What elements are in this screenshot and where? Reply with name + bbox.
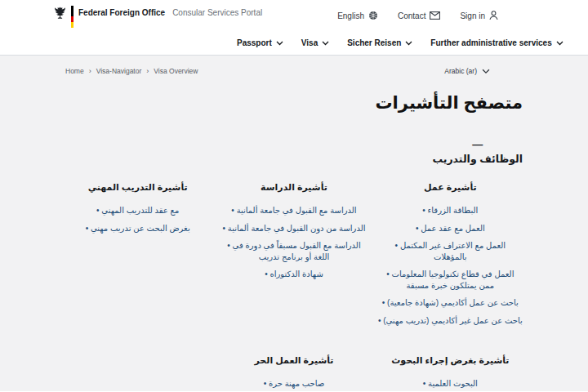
visa-option-link[interactable]: الدراسة من دون القبول في جامعة ألمانية bbox=[228, 224, 366, 233]
contact-label: Contact bbox=[398, 11, 425, 20]
list-item: العمل مع عقد عمل bbox=[378, 223, 523, 234]
page-title: متصفح التأشيرات bbox=[65, 93, 523, 113]
nav-item[interactable]: Passport bbox=[237, 38, 283, 47]
chevron-down-icon bbox=[322, 41, 329, 46]
visa-option-link[interactable]: البحوث العلمية bbox=[428, 379, 478, 388]
list-item: العمل مع الاعتراف غير المكتمل بالمؤهلات bbox=[378, 240, 523, 262]
top-header: Federal Foreign Office Consular Services… bbox=[0, 0, 588, 31]
section-work-visa: تأشيرة عمل البطاقة الزرقاء العمل مع عقد … bbox=[378, 182, 523, 332]
list-item: الدراسة مع القبول مسبقاً في دورة في اللغ… bbox=[221, 240, 366, 262]
breadcrumb-link[interactable]: Visa-Navigator bbox=[96, 67, 142, 75]
visa-option-link[interactable]: العمل في قطاع تكنولوجيا المعلومات ممن يم… bbox=[392, 270, 514, 290]
section-title: تأشيرة التدريب المهني bbox=[65, 182, 210, 193]
section-title: تأشيرة بغرض إجراء البحوث bbox=[378, 355, 523, 366]
visa-option-link[interactable]: باحث عن عمل غير أكاديمي (تدريب مهني) bbox=[383, 316, 523, 325]
federal-eagle-icon bbox=[54, 6, 66, 20]
breadcrumb-separator-icon: › bbox=[146, 67, 149, 75]
list-item: باحث عن عمل أكاديمي (شهادة جامعية) bbox=[378, 297, 523, 309]
brand-subtitle: Consular Services Portal bbox=[172, 8, 262, 17]
brand-title: Federal Foreign Office bbox=[78, 8, 165, 17]
breadcrumb-item: › Visa Overview bbox=[141, 67, 198, 75]
nav-item-label: Visa bbox=[301, 38, 318, 47]
visa-link-list: الدراسة مع القبول في جامعة ألمانية الدرا… bbox=[221, 205, 366, 280]
visa-option-link[interactable]: الدراسة مع القبول في جامعة ألمانية bbox=[237, 206, 357, 215]
list-item: الدراسة مع القبول في جامعة ألمانية bbox=[221, 205, 366, 216]
list-item: البطاقة الزرقاء bbox=[378, 205, 523, 216]
section-empty bbox=[65, 355, 210, 392]
content-area: › Home › Visa-Navigator › Visa Overview … bbox=[0, 56, 588, 391]
page-language-label: Arabic (ar) bbox=[444, 67, 477, 75]
visa-option-link[interactable]: صاحب مهنة حرة bbox=[269, 379, 324, 388]
brand-logo[interactable]: Federal Foreign Office Consular Services… bbox=[54, 3, 262, 28]
visa-link-list: مع عقد للتدريب المهني بغرض البحث عن تدري… bbox=[65, 205, 210, 234]
list-item: البحوث العلمية bbox=[378, 378, 523, 390]
list-item: بغرض البحث عن تدريب مهني bbox=[65, 223, 210, 234]
nav-item[interactable]: Visa bbox=[301, 38, 329, 47]
visa-option-link[interactable]: مع عقد للتدريب المهني bbox=[101, 206, 179, 215]
visa-navigator-main: متصفح التأشيرات — الوظائف والتدريب تأشير… bbox=[65, 93, 523, 392]
nav-item-label: Sicher Reisen bbox=[347, 38, 401, 47]
german-flag-stripe bbox=[71, 6, 74, 28]
visa-option-link[interactable]: العمل مع الاعتراف غير المكتمل بالمؤهلات bbox=[400, 241, 506, 261]
sign-in-label: Sign in bbox=[460, 11, 485, 20]
language-switch-english[interactable]: English bbox=[337, 11, 378, 20]
chevron-down-icon bbox=[405, 41, 412, 46]
section-title: تأشيرة العمل الحر bbox=[221, 355, 366, 366]
nav-item-label: Passport bbox=[237, 38, 272, 47]
chevron-down-icon bbox=[556, 41, 564, 46]
mail-icon bbox=[430, 11, 440, 20]
visa-option-link[interactable]: العمل مع عقد عمل bbox=[421, 224, 485, 233]
chevron-down-icon bbox=[482, 69, 490, 74]
breadcrumb-item: › Home bbox=[65, 67, 84, 75]
breadcrumb-separator-icon: › bbox=[89, 67, 91, 75]
list-item: العمل في قطاع تكنولوجيا المعلومات ممن يم… bbox=[378, 269, 523, 291]
section-divider: — bbox=[432, 139, 523, 149]
visa-link-list: البحوث العلمية شهادة الدكتوراه البطاقة ا… bbox=[378, 378, 523, 392]
visa-sections-row-1: تأشيرة عمل البطاقة الزرقاء العمل مع عقد … bbox=[65, 182, 523, 332]
visa-link-list: البطاقة الزرقاء العمل مع عقد عمل العمل م… bbox=[378, 205, 523, 326]
header-actions: English Contact Sign in bbox=[337, 11, 498, 20]
visa-option-link[interactable]: باحث عن عمل أكاديمي (شهادة جامعية) bbox=[387, 298, 519, 307]
nav-item[interactable]: Further administrative services bbox=[430, 38, 563, 47]
visa-option-link[interactable]: الدراسة مع القبول مسبقاً في دورة في اللغ… bbox=[233, 241, 361, 261]
breadcrumb-link[interactable]: Visa Overview bbox=[154, 67, 198, 75]
nav-item-label: Further administrative services bbox=[430, 38, 551, 47]
breadcrumb-link[interactable]: Home bbox=[65, 67, 84, 75]
main-navigation: Passport Visa Sicher Reisen Further admi… bbox=[0, 31, 588, 56]
section-group-title: الوظائف والتدريب bbox=[432, 153, 523, 165]
breadcrumb: › Home › Visa-Navigator › Visa Overview bbox=[65, 67, 198, 75]
list-item: مع عقد للتدريب المهني bbox=[65, 205, 210, 216]
section-title: تأشيرة الدراسة bbox=[221, 182, 366, 193]
language-switch-label: English bbox=[337, 11, 364, 20]
sign-in-button[interactable]: Sign in bbox=[460, 11, 498, 20]
section-vocational-training-visa: تأشيرة التدريب المهني مع عقد للتدريب الم… bbox=[65, 182, 210, 332]
breadcrumb-item: › Visa-Navigator bbox=[84, 67, 142, 75]
globe-icon bbox=[368, 11, 378, 20]
person-icon bbox=[489, 11, 498, 20]
visa-option-link[interactable]: بغرض البحث عن تدريب مهني bbox=[91, 224, 190, 233]
section-group-header: — الوظائف والتدريب bbox=[432, 139, 523, 165]
page-language-selector[interactable]: Arabic (ar) bbox=[444, 67, 523, 75]
section-research-visa: تأشيرة بغرض إجراء البحوث البحوث العلمية … bbox=[378, 355, 523, 392]
list-item: شهادة الدكتوراه bbox=[221, 269, 366, 280]
list-item: صاحب مهنة حرة bbox=[221, 378, 366, 390]
visa-option-link[interactable]: شهادة الدكتوراه bbox=[270, 270, 323, 278]
list-item: الدراسة من دون القبول في جامعة ألمانية bbox=[221, 223, 366, 234]
nav-item[interactable]: Sicher Reisen bbox=[347, 38, 412, 47]
chevron-down-icon bbox=[276, 41, 283, 46]
list-item: باحث عن عمل غير أكاديمي (تدريب مهني) bbox=[378, 315, 523, 327]
visa-option-link[interactable]: البطاقة الزرقاء bbox=[428, 206, 479, 215]
section-title: تأشيرة عمل bbox=[378, 182, 523, 193]
contact-link[interactable]: Contact bbox=[398, 11, 440, 20]
visa-sections-row-2: تأشيرة بغرض إجراء البحوث البحوث العلمية … bbox=[65, 355, 523, 392]
section-freelance-visa: تأشيرة العمل الحر صاحب مهنة حرة تأسيس عم… bbox=[221, 355, 366, 392]
visa-link-list: صاحب مهنة حرة تأسيس عمل bbox=[221, 378, 366, 392]
section-study-visa: تأشيرة الدراسة الدراسة مع القبول في جامع… bbox=[221, 182, 366, 332]
